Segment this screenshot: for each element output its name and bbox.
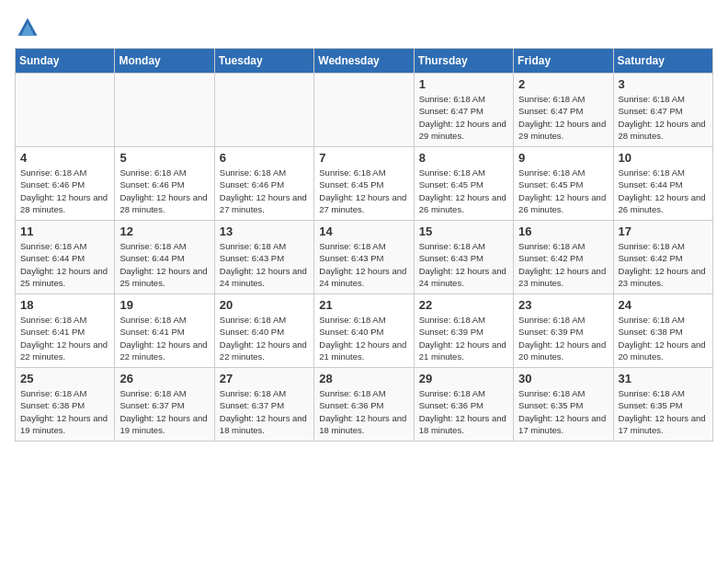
day-info: Sunrise: 6:18 AM Sunset: 6:46 PM Dayligh… <box>20 167 109 215</box>
day-info: Sunrise: 6:18 AM Sunset: 6:45 PM Dayligh… <box>319 167 408 215</box>
calendar-cell: 23Sunrise: 6:18 AM Sunset: 6:39 PM Dayli… <box>514 294 613 368</box>
day-info: Sunrise: 6:18 AM Sunset: 6:47 PM Dayligh… <box>419 93 508 142</box>
calendar-cell: 29Sunrise: 6:18 AM Sunset: 6:36 PM Dayli… <box>414 368 513 442</box>
calendar-cell: 20Sunrise: 6:18 AM Sunset: 6:40 PM Dayli… <box>214 294 313 368</box>
calendar-cell <box>314 74 414 147</box>
calendar-cell: 3Sunrise: 6:18 AM Sunset: 6:47 PM Daylig… <box>613 74 712 147</box>
day-info: Sunrise: 6:18 AM Sunset: 6:46 PM Dayligh… <box>119 167 209 215</box>
calendar-cell: 27Sunrise: 6:18 AM Sunset: 6:37 PM Dayli… <box>214 368 313 442</box>
day-number: 22 <box>419 298 508 312</box>
day-info: Sunrise: 6:18 AM Sunset: 6:45 PM Dayligh… <box>419 167 508 215</box>
calendar-cell: 28Sunrise: 6:18 AM Sunset: 6:36 PM Dayli… <box>314 368 414 442</box>
day-info: Sunrise: 6:18 AM Sunset: 6:41 PM Dayligh… <box>20 314 109 362</box>
calendar-cell: 4Sunrise: 6:18 AM Sunset: 6:46 PM Daylig… <box>16 147 115 221</box>
day-number: 29 <box>419 372 508 385</box>
day-number: 10 <box>619 151 708 165</box>
day-number: 2 <box>518 77 608 91</box>
day-number: 12 <box>119 224 209 238</box>
day-header-wednesday: Wednesday <box>314 49 414 74</box>
day-info: Sunrise: 6:18 AM Sunset: 6:42 PM Dayligh… <box>518 240 608 289</box>
day-number: 18 <box>20 298 109 312</box>
calendar-cell: 25Sunrise: 6:18 AM Sunset: 6:38 PM Dayli… <box>16 368 115 442</box>
day-info: Sunrise: 6:18 AM Sunset: 6:37 PM Dayligh… <box>220 387 309 436</box>
day-header-monday: Monday <box>115 49 214 74</box>
calendar-week-row: 25Sunrise: 6:18 AM Sunset: 6:38 PM Dayli… <box>16 368 713 442</box>
logo-icon <box>15 15 40 40</box>
day-info: Sunrise: 6:18 AM Sunset: 6:39 PM Dayligh… <box>518 314 608 362</box>
calendar-cell: 11Sunrise: 6:18 AM Sunset: 6:44 PM Dayli… <box>16 221 115 294</box>
day-number: 13 <box>220 224 309 238</box>
calendar-cell <box>16 74 115 147</box>
day-number: 30 <box>518 372 608 385</box>
calendar-cell <box>115 74 214 147</box>
day-info: Sunrise: 6:18 AM Sunset: 6:39 PM Dayligh… <box>419 314 508 362</box>
calendar-cell: 8Sunrise: 6:18 AM Sunset: 6:45 PM Daylig… <box>414 147 513 221</box>
day-number: 20 <box>220 298 309 312</box>
day-info: Sunrise: 6:18 AM Sunset: 6:37 PM Dayligh… <box>119 387 209 436</box>
calendar-week-row: 18Sunrise: 6:18 AM Sunset: 6:41 PM Dayli… <box>16 294 713 368</box>
day-number: 23 <box>518 298 608 312</box>
calendar-cell: 5Sunrise: 6:18 AM Sunset: 6:46 PM Daylig… <box>115 147 214 221</box>
day-number: 1 <box>419 77 508 91</box>
day-info: Sunrise: 6:18 AM Sunset: 6:47 PM Dayligh… <box>518 93 608 142</box>
calendar-cell: 24Sunrise: 6:18 AM Sunset: 6:38 PM Dayli… <box>613 294 712 368</box>
calendar-cell: 31Sunrise: 6:18 AM Sunset: 6:35 PM Dayli… <box>613 368 712 442</box>
day-number: 17 <box>619 224 708 238</box>
calendar-cell: 13Sunrise: 6:18 AM Sunset: 6:43 PM Dayli… <box>214 221 313 294</box>
calendar-cell: 7Sunrise: 6:18 AM Sunset: 6:45 PM Daylig… <box>314 147 414 221</box>
calendar-cell: 1Sunrise: 6:18 AM Sunset: 6:47 PM Daylig… <box>414 74 513 147</box>
calendar-cell <box>214 74 313 147</box>
calendar-header-row: SundayMondayTuesdayWednesdayThursdayFrid… <box>16 49 713 74</box>
day-number: 19 <box>119 298 209 312</box>
calendar-cell: 22Sunrise: 6:18 AM Sunset: 6:39 PM Dayli… <box>414 294 513 368</box>
day-info: Sunrise: 6:18 AM Sunset: 6:41 PM Dayligh… <box>119 314 209 362</box>
calendar-cell: 21Sunrise: 6:18 AM Sunset: 6:40 PM Dayli… <box>314 294 414 368</box>
calendar-table: SundayMondayTuesdayWednesdayThursdayFrid… <box>15 48 713 442</box>
day-info: Sunrise: 6:18 AM Sunset: 6:46 PM Dayligh… <box>220 167 309 215</box>
day-info: Sunrise: 6:18 AM Sunset: 6:43 PM Dayligh… <box>319 240 408 289</box>
day-number: 14 <box>319 224 408 238</box>
calendar-week-row: 11Sunrise: 6:18 AM Sunset: 6:44 PM Dayli… <box>16 221 713 294</box>
day-info: Sunrise: 6:18 AM Sunset: 6:47 PM Dayligh… <box>619 93 708 142</box>
day-info: Sunrise: 6:18 AM Sunset: 6:35 PM Dayligh… <box>619 387 708 436</box>
day-info: Sunrise: 6:18 AM Sunset: 6:35 PM Dayligh… <box>518 387 608 436</box>
day-info: Sunrise: 6:18 AM Sunset: 6:40 PM Dayligh… <box>319 314 408 362</box>
calendar-cell: 9Sunrise: 6:18 AM Sunset: 6:45 PM Daylig… <box>514 147 613 221</box>
day-header-saturday: Saturday <box>613 49 712 74</box>
calendar-cell: 14Sunrise: 6:18 AM Sunset: 6:43 PM Dayli… <box>314 221 414 294</box>
calendar-week-row: 1Sunrise: 6:18 AM Sunset: 6:47 PM Daylig… <box>16 74 713 147</box>
day-number: 31 <box>619 372 708 385</box>
day-number: 26 <box>119 372 209 385</box>
calendar-cell: 15Sunrise: 6:18 AM Sunset: 6:43 PM Dayli… <box>414 221 513 294</box>
calendar-cell: 30Sunrise: 6:18 AM Sunset: 6:35 PM Dayli… <box>514 368 613 442</box>
calendar-cell: 6Sunrise: 6:18 AM Sunset: 6:46 PM Daylig… <box>214 147 313 221</box>
day-number: 7 <box>319 151 408 165</box>
day-number: 28 <box>319 372 408 385</box>
day-info: Sunrise: 6:18 AM Sunset: 6:36 PM Dayligh… <box>319 387 408 436</box>
day-number: 11 <box>20 224 109 238</box>
calendar-cell: 19Sunrise: 6:18 AM Sunset: 6:41 PM Dayli… <box>115 294 214 368</box>
day-header-thursday: Thursday <box>414 49 513 74</box>
calendar-cell: 10Sunrise: 6:18 AM Sunset: 6:44 PM Dayli… <box>613 147 712 221</box>
day-info: Sunrise: 6:18 AM Sunset: 6:38 PM Dayligh… <box>20 387 109 436</box>
day-info: Sunrise: 6:18 AM Sunset: 6:44 PM Dayligh… <box>119 240 209 289</box>
day-header-tuesday: Tuesday <box>214 49 313 74</box>
logo <box>15 15 44 40</box>
day-info: Sunrise: 6:18 AM Sunset: 6:38 PM Dayligh… <box>619 314 708 362</box>
day-number: 3 <box>619 77 708 91</box>
day-info: Sunrise: 6:18 AM Sunset: 6:43 PM Dayligh… <box>419 240 508 289</box>
calendar-cell: 18Sunrise: 6:18 AM Sunset: 6:41 PM Dayli… <box>16 294 115 368</box>
calendar-week-row: 4Sunrise: 6:18 AM Sunset: 6:46 PM Daylig… <box>16 147 713 221</box>
day-number: 8 <box>419 151 508 165</box>
day-info: Sunrise: 6:18 AM Sunset: 6:40 PM Dayligh… <box>220 314 309 362</box>
day-info: Sunrise: 6:18 AM Sunset: 6:36 PM Dayligh… <box>419 387 508 436</box>
day-number: 24 <box>619 298 708 312</box>
day-info: Sunrise: 6:18 AM Sunset: 6:43 PM Dayligh… <box>220 240 309 289</box>
calendar-cell: 17Sunrise: 6:18 AM Sunset: 6:42 PM Dayli… <box>613 221 712 294</box>
page-header <box>15 15 713 40</box>
day-info: Sunrise: 6:18 AM Sunset: 6:44 PM Dayligh… <box>619 167 708 215</box>
day-info: Sunrise: 6:18 AM Sunset: 6:44 PM Dayligh… <box>20 240 109 289</box>
day-number: 9 <box>518 151 608 165</box>
calendar-cell: 26Sunrise: 6:18 AM Sunset: 6:37 PM Dayli… <box>115 368 214 442</box>
day-number: 5 <box>119 151 209 165</box>
